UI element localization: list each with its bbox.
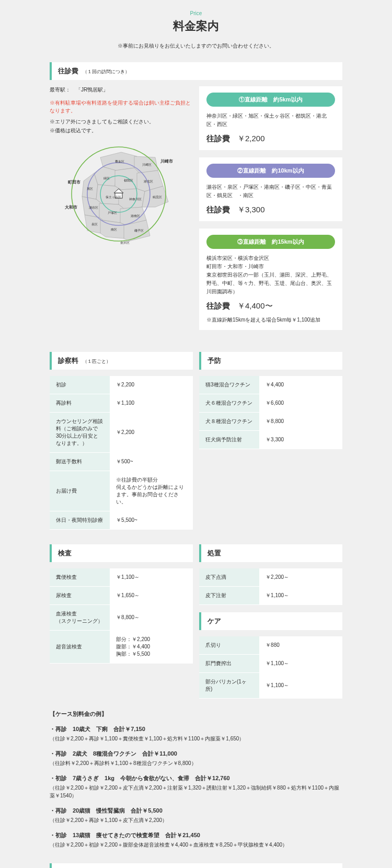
svg-text:南区: 南区 (111, 228, 117, 231)
zone-badge: ②直線距離 約10km以内 (206, 164, 335, 178)
row-name: 郵送手数料 (50, 453, 110, 471)
row-price: ￥1,100～ (259, 673, 342, 699)
table-row: 糞便検査￥1,100～ (50, 568, 193, 587)
svg-text:緑区: 緑区 (103, 177, 110, 180)
section-prevention: 予防 (199, 352, 342, 370)
table-row: 狂犬病予防注射￥3,300 (199, 431, 342, 449)
row-name: お届け費 (50, 471, 110, 511)
row-name: 肛門嚢搾出 (199, 655, 259, 673)
svg-text:港南区: 港南区 (131, 214, 140, 218)
section-treat-title: 処置 (207, 549, 221, 557)
row-name: 犬８種混合ワクチン (199, 413, 259, 431)
row-name: 初診 (50, 376, 110, 394)
section-exam: 検査 (50, 544, 193, 562)
zone-badge: ①直線距離 約5km以内 (206, 93, 335, 107)
row-price: ￥2,200 (110, 376, 193, 394)
row-price: ￥1,100～ (110, 568, 193, 587)
section-exam-title: 検査 (58, 549, 72, 557)
exam-table: 糞便検査￥1,100～尿検査￥1,650～血液検査 （スクリーニング）￥8,80… (50, 568, 193, 664)
case-head: ・再診 20歳猫 慢性腎臓病 合計￥5,500 (50, 807, 342, 815)
row-price: ￥2,200～ (259, 568, 342, 587)
zone-price-label: 往診費 (206, 301, 230, 311)
case-detail: （往診￥2,200＋初診￥2,200＋皮下点滴￥2,200＋注射薬￥1,320＋… (50, 784, 342, 800)
section-prevention-title: 予防 (207, 357, 221, 364)
row-name: 再診料 (50, 394, 110, 413)
case-head: ・初診 13歳猫 痩せてきたので検査希望 合計￥21,450 (50, 831, 342, 839)
section-treat: 処置 (199, 544, 342, 562)
svg-text:青葉区: 青葉区 (115, 160, 124, 163)
page-title: 料金案内 (50, 18, 342, 34)
svg-text:旭区: 旭区 (87, 187, 93, 190)
svg-text:金沢区: 金沢区 (120, 241, 130, 244)
row-name: カウンセリング相談料（ご相談のみで30分以上が目安となります。） (50, 413, 110, 453)
table-row: 爪切り￥880 (199, 636, 342, 655)
case-head: ・再診 2歳犬 8種混合ワクチン 合計￥11,000 (50, 750, 342, 758)
svg-text:神奈川区: 神奈川区 (129, 198, 142, 201)
row-name: 猫3種混合ワクチン (199, 376, 259, 394)
table-row: 休日・夜間特別診療￥5,500~ (50, 511, 193, 530)
zone-card-1: ①直線距離 約5km以内神奈川区・緑区・旭区・保土ヶ谷区・都筑区・港北区・西区往… (199, 86, 342, 150)
zone-price-value: ￥4,400〜 (237, 301, 273, 311)
svg-text:鶴見区: 鶴見区 (153, 196, 162, 199)
row-name: 血液検査 （スクリーニング） (50, 605, 110, 631)
row-price: ￥1,650～ (110, 587, 193, 605)
row-price: ￥1,100～ (259, 655, 342, 673)
table-row: 猫3種混合ワクチン￥4,400 (199, 376, 342, 394)
section-visit-sub: （１回の訪問につき） (83, 69, 130, 74)
zone-areas: 瀬谷区・泉区・戸塚区・港南区・磯子区・中区・青葉区・鶴見区 ・南区 (206, 183, 335, 200)
row-name: 皮下注射 (199, 587, 259, 605)
row-price: ￥8,800～ (110, 605, 193, 631)
table-row: カウンセリング相談料（ご相談のみで30分以上が目安となります。）￥2,200 (50, 413, 193, 453)
zone-price-value: ￥3,300 (237, 205, 265, 215)
svg-text:戸塚区: 戸塚区 (108, 211, 117, 214)
svg-text:港北区: 港北区 (144, 180, 153, 183)
row-name: 皮下点滴 (199, 568, 259, 587)
row-price: ￥5,500~ (110, 511, 193, 530)
prevention-table: 猫3種混合ワクチン￥4,400犬６種混合ワクチン￥6,600犬８種混合ワクチン￥… (199, 376, 342, 449)
row-price: ※往診費の半額分 伺えるかどうかは距離によります。事前お問合せください。 (110, 471, 193, 511)
case-item: ・再診 20歳猫 慢性腎臓病 合計￥5,500（往診￥2,200＋再診￥1,10… (50, 807, 342, 824)
table-row: お届け費※往診費の半額分 伺えるかどうかは距離によります。事前お問合せください。 (50, 471, 193, 511)
case-item: ・再診 2歳犬 8種混合ワクチン 合計￥11,000（往診料￥2,200＋再診料… (50, 750, 342, 767)
row-price: ￥1,100～ (259, 587, 342, 605)
row-name: 部分バリカン(1ヶ所) (199, 673, 259, 699)
notice-parking: ※有料駐車場や有料道路を使用する場合は飼い主様ご負担となります。 (50, 99, 193, 115)
row-name: 超音波検査 (50, 631, 110, 664)
fees-table: 初診￥2,200再診料￥1,100カウンセリング相談料（ご相談のみで30分以上が… (50, 376, 193, 530)
row-price: ￥500~ (110, 453, 193, 471)
map-label-kawasaki: 川崎市 (160, 158, 173, 164)
zone-price-label: 往診費 (206, 205, 230, 215)
table-row: 皮下点滴￥2,200～ (199, 568, 342, 587)
svg-text:泉区: 泉区 (91, 223, 98, 226)
zone-note: ※直線距離15kmを超える場合5km毎￥1,100追加 (206, 316, 335, 324)
table-row: 初診￥2,200 (50, 376, 193, 394)
case-item: ・再診 10歳犬 下痢 合計￥7,150（往診￥2,200＋再診￥1,100＋糞… (50, 725, 342, 743)
row-price: ￥6,600 (259, 394, 342, 413)
zone-price-label: 往診費 (206, 134, 230, 144)
row-name: 爪切り (199, 636, 259, 655)
svg-marker-5 (82, 173, 98, 199)
section-visit: 往診費 （１回の訪問につき） (50, 62, 342, 80)
table-row: 皮下注射￥1,100～ (199, 587, 342, 605)
table-row: 犬６種混合ワクチン￥6,600 (199, 394, 342, 413)
care-table: 爪切り￥880肛門嚢搾出￥1,100～部分バリカン(1ヶ所)￥1,100～ (199, 636, 342, 699)
row-price: ￥8,800 (259, 413, 342, 431)
row-name: 尿検査 (50, 587, 110, 605)
zone-areas: 横浜市栄区・横浜市金沢区 町田市・大和市・川崎市 東京都世田谷区の一部（玉川、瀬… (206, 254, 335, 296)
section-visit-title: 往診費 (58, 67, 78, 75)
row-price: ￥4,400 (259, 376, 342, 394)
nearest-station: 最寄駅： 「JR鴨居駅」 (50, 86, 193, 94)
table-row: 郵送手数料￥500~ (50, 453, 193, 471)
row-name: 糞便検査 (50, 568, 110, 587)
row-price: ￥3,300 (259, 431, 342, 449)
case-item: ・初診 7歳うさぎ 1kg 今朝から食欲がない、食滞 合計￥12,760（往診￥… (50, 774, 342, 800)
row-name: 犬６種混合ワクチン (199, 394, 259, 413)
table-row: 血液検査 （スクリーニング）￥8,800～ (50, 605, 193, 631)
table-row: 肛門嚢搾出￥1,100～ (199, 655, 342, 673)
svg-text:都筑区: 都筑区 (124, 179, 133, 182)
svg-text:磯子区: 磯子区 (134, 229, 144, 232)
section-care-title: ケア (207, 617, 221, 625)
service-area-map: 青葉区 川崎区 緑区 都筑区 港北区 旭区 保土ヶ谷区 神奈川区 瀬谷区 戸塚区… (50, 142, 193, 257)
map-label-machida: 町田市 (68, 179, 80, 185)
zone-price-value: ￥2,200 (237, 134, 265, 144)
